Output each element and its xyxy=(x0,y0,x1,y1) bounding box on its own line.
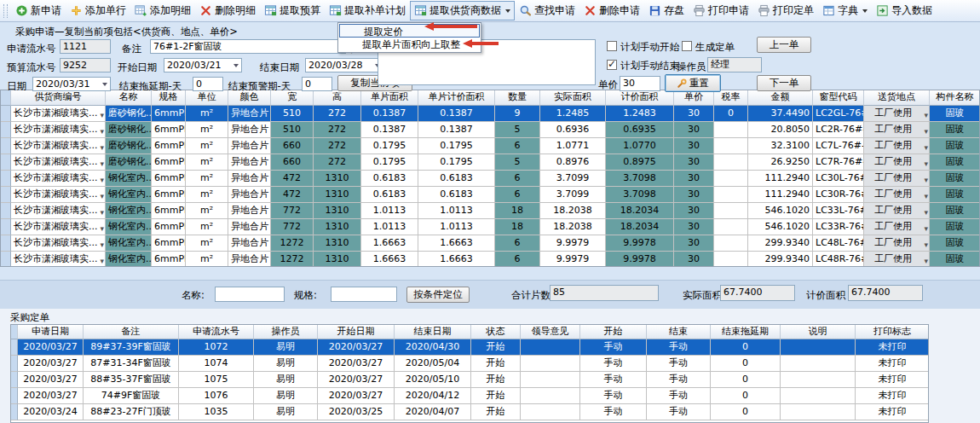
header-req_date[interactable]: 申请日期 xyxy=(18,325,84,339)
header-start[interactable]: 开始 xyxy=(580,325,647,339)
reset-button[interactable]: 重置 xyxy=(665,74,721,92)
chevron-down-icon[interactable]: ▾ xyxy=(924,173,928,187)
chevron-down-icon[interactable]: ▾ xyxy=(924,141,928,154)
chevron-down-icon[interactable]: ▾ xyxy=(924,238,928,252)
material-row-2[interactable]: 长沙市潇湘玻璃实...▾磨砂钢化...6mmPLE...m²异地合片660272… xyxy=(1,138,979,154)
material-row-3[interactable]: 长沙市潇湘玻璃实...▾磨砂钢化...6mmPLE...m²异地合片660272… xyxy=(1,154,979,171)
order-row-3[interactable]: 2020/03/2774#9F窗固玻1076易明2020/03/272020/0… xyxy=(11,388,928,404)
header-h[interactable]: 高 xyxy=(314,90,361,106)
header-unit_price[interactable]: 单价 xyxy=(674,90,714,106)
chevron-down-icon[interactable]: ▾ xyxy=(100,206,104,219)
cell-supplier[interactable]: 长沙市潇湘玻璃实...▾ xyxy=(11,106,106,122)
row-selector[interactable] xyxy=(11,388,18,404)
import-data-button[interactable]: 导入数据 xyxy=(872,1,937,20)
order-row-1[interactable]: 2020/03/2787#31-34F窗固玻1074易明2020/03/2720… xyxy=(11,356,928,372)
row-selector[interactable] xyxy=(11,372,18,388)
header-tax[interactable]: 税率 xyxy=(714,90,748,106)
cell-delivery[interactable]: 工厂使用▾ xyxy=(864,106,930,122)
chevron-down-icon[interactable]: ▾ xyxy=(924,222,928,235)
chevron-down-icon[interactable]: ▾ xyxy=(100,254,104,267)
cell-supplier[interactable]: 长沙市潇湘玻璃实...▾ xyxy=(11,138,106,154)
cell-supplier[interactable]: 长沙市潇湘玻璃实...▾ xyxy=(11,203,106,219)
row-selector[interactable] xyxy=(11,404,18,420)
cell-delivery[interactable]: 工厂使用▾ xyxy=(864,122,930,138)
chevron-down-icon[interactable]: ▾ xyxy=(100,238,104,252)
chevron-down-icon[interactable]: ▾ xyxy=(100,125,104,138)
header-serial[interactable]: 申请流水号 xyxy=(179,325,254,339)
chevron-down-icon[interactable]: ▾ xyxy=(100,157,104,171)
header-end[interactable]: 结束 xyxy=(647,325,711,339)
unit-price-field[interactable]: 30 xyxy=(620,76,660,91)
locate-by-condition-button[interactable]: 按条件定位 xyxy=(406,287,470,303)
material-row-9[interactable]: 长沙市潇湘玻璃实...▾钢化室内...6mmPLE...m²异地合片127213… xyxy=(1,252,979,267)
app-serial-field[interactable]: 1121 xyxy=(60,39,111,54)
extract-supplier-data-button[interactable]: 提取供货商数据 xyxy=(410,1,515,20)
prev-order-button[interactable]: 上一单 xyxy=(757,37,811,53)
delete-detail-button[interactable]: 删除明细 xyxy=(195,1,260,20)
material-row-8[interactable]: 长沙市潇湘玻璃实...▾钢化室内...6mmPLE...m²异地合片127213… xyxy=(1,235,979,252)
extract-supplement-plan-button[interactable]: 提取补单计划 xyxy=(325,1,410,20)
dictionary-button[interactable]: 字典 xyxy=(818,1,872,20)
chevron-down-icon[interactable]: ▾ xyxy=(100,108,104,122)
row-selector[interactable] xyxy=(1,138,11,154)
material-row-6[interactable]: 长沙市潇湘玻璃实...▾钢化室内...6mmPLE...m²异地合片772131… xyxy=(1,203,979,219)
row-selector[interactable] xyxy=(1,235,11,252)
material-row-0[interactable]: 长沙市潇湘玻璃实...▾磨砂钢化...6mmPLE...m²异地合片510272… xyxy=(1,106,979,122)
cell-supplier[interactable]: 长沙市潇湘玻璃实...▾ xyxy=(11,187,106,203)
row-selector[interactable] xyxy=(1,203,11,219)
chevron-down-icon[interactable]: ▾ xyxy=(924,189,928,203)
row-selector[interactable] xyxy=(1,219,11,235)
name-filter-input[interactable] xyxy=(215,287,285,302)
header-end_date[interactable]: 结束日期 xyxy=(395,325,471,339)
print-order-button[interactable]: 打印定单 xyxy=(753,1,818,20)
manual-start-checkbox[interactable] xyxy=(607,41,617,51)
new-request-button[interactable]: 新申请 xyxy=(11,1,66,20)
row-selector[interactable] xyxy=(1,171,11,187)
chevron-down-icon[interactable]: ▾ xyxy=(924,125,928,138)
row-selector[interactable] xyxy=(1,252,11,267)
spec-filter-input[interactable] xyxy=(331,287,397,302)
header-piece_area[interactable]: 单片面积 xyxy=(361,90,418,106)
manual-end-checkbox[interactable] xyxy=(607,60,617,70)
material-row-1[interactable]: 长沙市潇湘玻璃实...▾磨砂钢化...6mmPLE...m²异地合片510272… xyxy=(1,122,979,138)
header-calc_area[interactable]: 计价面积 xyxy=(606,90,674,106)
print-request-button[interactable]: 打印申请 xyxy=(689,1,753,20)
row-selector[interactable] xyxy=(1,154,11,171)
cell-delivery[interactable]: 工厂使用▾ xyxy=(864,187,930,203)
header-remark[interactable]: 备注 xyxy=(84,325,179,339)
cell-delivery[interactable]: 工厂使用▾ xyxy=(864,154,930,171)
header-status[interactable]: 状态 xyxy=(471,325,521,339)
chevron-down-icon[interactable]: ▾ xyxy=(100,189,104,203)
row-selector[interactable] xyxy=(1,122,11,138)
toolbar-grip[interactable] xyxy=(3,4,8,18)
header-delivery[interactable]: 送货地点 xyxy=(864,90,930,106)
chevron-down-icon[interactable]: ▾ xyxy=(100,141,104,154)
header-operator[interactable]: 操作员 xyxy=(254,325,318,339)
header-delay[interactable]: 结束拖延期 xyxy=(711,325,781,339)
delete-request-button[interactable]: 删除申请 xyxy=(579,1,644,20)
generate-order-checkbox[interactable] xyxy=(682,41,692,51)
header-print_flag[interactable]: 打印标志 xyxy=(856,325,929,339)
cell-supplier[interactable]: 长沙市潇湘玻璃实...▾ xyxy=(11,235,106,252)
cell-supplier[interactable]: 长沙市潇湘玻璃实...▾ xyxy=(11,122,106,138)
order-row-4[interactable]: 2020/03/2488#23-27F门顶玻1035易明2020/03/2520… xyxy=(11,404,928,420)
chevron-down-icon[interactable]: ▾ xyxy=(924,157,928,171)
header-actual_area[interactable]: 实际面积 xyxy=(540,90,606,106)
delay-days-field[interactable]: 0 xyxy=(193,77,223,91)
row-selector[interactable] xyxy=(1,106,11,122)
chevron-down-icon[interactable]: ▾ xyxy=(100,173,104,187)
extract-budget-button[interactable]: 提取预算 xyxy=(260,1,325,20)
cell-delivery[interactable]: 工厂使用▾ xyxy=(864,235,930,252)
material-row-7[interactable]: 长沙市潇湘玻璃实...▾钢化室内...6mmPLE...m²异地合片772131… xyxy=(1,219,979,235)
end-date-combo[interactable]: 2020/03/28 xyxy=(305,58,383,72)
header-start_date[interactable]: 开始日期 xyxy=(318,325,395,339)
menu-item-extract-area-roundup[interactable]: 提取单片面积向上取整 xyxy=(338,38,481,51)
cell-supplier[interactable]: 长沙市潇湘玻璃实...▾ xyxy=(11,252,106,267)
header-note[interactable]: 说明 xyxy=(781,325,856,339)
header-qty[interactable]: 数量 xyxy=(495,90,540,106)
cell-delivery[interactable]: 工厂使用▾ xyxy=(864,138,930,154)
cell-delivery[interactable]: 工厂使用▾ xyxy=(864,203,930,219)
next-order-button[interactable]: 下一单 xyxy=(757,75,811,91)
remark-field[interactable]: 76#1-2F窗固玻 xyxy=(150,39,346,54)
start-date-combo[interactable]: 2020/03/21 xyxy=(164,58,242,72)
